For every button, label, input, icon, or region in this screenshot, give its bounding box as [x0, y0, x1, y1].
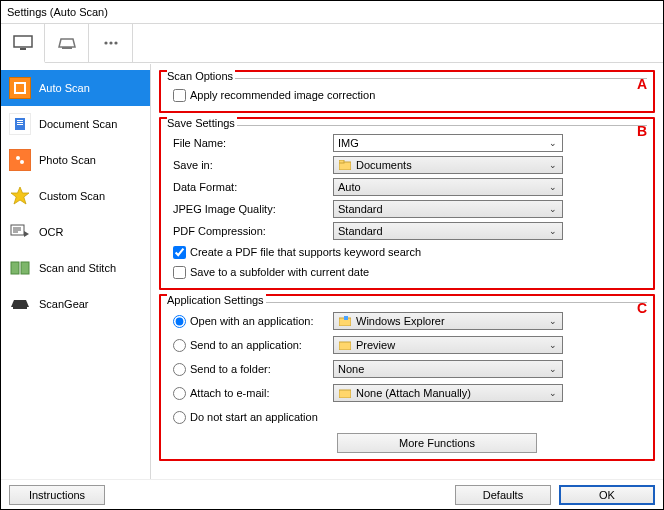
sidebar-item-document-scan[interactable]: Document Scan — [1, 106, 150, 142]
svg-point-12 — [16, 156, 20, 160]
pdf-keyword-checkbox[interactable] — [173, 246, 186, 259]
svg-rect-9 — [17, 120, 23, 121]
sidebar-item-label: ScanGear — [39, 298, 89, 310]
tab-scan-from-panel[interactable] — [45, 24, 89, 62]
svg-rect-19 — [11, 262, 19, 274]
ellipsis-icon — [101, 35, 121, 51]
application-settings-legend: Application Settings — [167, 294, 266, 306]
monitor-icon — [13, 35, 33, 51]
send-app-label: Send to an application: — [190, 339, 302, 351]
pdf-compression-combo[interactable]: Standard ⌄ — [333, 222, 563, 240]
subfolder-label: Save to a subfolder with current date — [190, 266, 369, 278]
jpeg-quality-value: Standard — [338, 203, 383, 215]
file-name-value: IMG — [338, 137, 359, 149]
scan-options-legend: Scan Options — [167, 70, 235, 82]
svg-rect-7 — [16, 84, 24, 92]
jpeg-quality-combo[interactable]: Standard ⌄ — [333, 200, 563, 218]
attach-email-label: Attach to e-mail: — [190, 387, 269, 399]
bottom-bar: Instructions Defaults OK — [1, 479, 663, 509]
tab-more[interactable] — [89, 24, 133, 62]
sidebar-item-label: Custom Scan — [39, 190, 105, 202]
save-in-combo[interactable]: Documents ⌄ — [333, 156, 563, 174]
window-title: Settings (Auto Scan) — [1, 1, 663, 23]
attach-email-combo[interactable]: None (Attach Manually) ⌄ — [333, 384, 563, 402]
folder-icon — [338, 387, 352, 399]
apply-correction-checkbox[interactable] — [173, 89, 186, 102]
svg-point-3 — [104, 41, 107, 44]
send-folder-combo[interactable]: None ⌄ — [333, 360, 563, 378]
file-name-combo[interactable]: IMG ⌄ — [333, 134, 563, 152]
data-format-value: Auto — [338, 181, 361, 193]
jpeg-quality-label: JPEG Image Quality: — [167, 203, 327, 215]
svg-rect-1 — [20, 48, 26, 50]
send-app-radio[interactable] — [173, 339, 186, 352]
open-with-value: Windows Explorer — [356, 315, 445, 327]
send-folder-radio[interactable] — [173, 363, 186, 376]
subfolder-checkbox[interactable] — [173, 266, 186, 279]
sidebar-item-custom-scan[interactable]: Custom Scan — [1, 178, 150, 214]
region-application-settings: C Application Settings Open with an appl… — [159, 294, 655, 461]
region-save-settings: B Save Settings File Name: IMG ⌄ Save in… — [159, 117, 655, 290]
instructions-button[interactable]: Instructions — [9, 485, 105, 505]
custom-scan-icon — [9, 185, 31, 207]
sidebar-item-label: Document Scan — [39, 118, 117, 130]
chevron-down-icon: ⌄ — [546, 388, 560, 398]
scangear-icon — [9, 293, 31, 315]
sidebar-item-ocr[interactable]: OCR — [1, 214, 150, 250]
save-settings-legend: Save Settings — [167, 117, 237, 129]
sidebar-item-label: OCR — [39, 226, 63, 238]
open-with-combo[interactable]: Windows Explorer ⌄ — [333, 312, 563, 330]
folder-icon — [338, 339, 352, 351]
svg-rect-21 — [13, 307, 27, 309]
chevron-down-icon: ⌄ — [546, 364, 560, 374]
save-in-label: Save in: — [167, 159, 327, 171]
open-with-radio[interactable] — [173, 315, 186, 328]
attach-email-radio[interactable] — [173, 387, 186, 400]
svg-rect-26 — [339, 342, 351, 350]
file-name-label: File Name: — [167, 137, 327, 149]
apply-correction-label: Apply recommended image correction — [190, 89, 375, 101]
sidebar-item-photo-scan[interactable]: Photo Scan — [1, 142, 150, 178]
chevron-down-icon: ⌄ — [546, 226, 560, 236]
document-scan-icon — [9, 113, 31, 135]
main-panel: A Scan Options Apply recommended image c… — [151, 64, 663, 479]
chevron-down-icon: ⌄ — [546, 182, 560, 192]
pdf-keyword-label: Create a PDF file that supports keyword … — [190, 246, 421, 258]
data-format-combo[interactable]: Auto ⌄ — [333, 178, 563, 196]
auto-scan-icon — [9, 77, 31, 99]
ok-button[interactable]: OK — [559, 485, 655, 505]
toolbar — [1, 23, 663, 63]
scan-stitch-icon — [9, 257, 31, 279]
save-in-value: Documents — [356, 159, 412, 171]
sidebar-item-scangear[interactable]: ScanGear — [1, 286, 150, 322]
more-functions-button[interactable]: More Functions — [337, 433, 537, 453]
sidebar-item-label: Scan and Stitch — [39, 262, 116, 274]
chevron-down-icon: ⌄ — [546, 204, 560, 214]
svg-rect-27 — [339, 390, 351, 398]
folder-icon — [338, 159, 352, 171]
pdf-compression-label: PDF Compression: — [167, 225, 327, 237]
scanner-icon — [57, 35, 77, 51]
photo-scan-icon — [9, 149, 31, 171]
svg-rect-11 — [17, 124, 23, 125]
svg-rect-10 — [17, 122, 23, 123]
region-scan-options: A Scan Options Apply recommended image c… — [159, 70, 655, 113]
svg-rect-23 — [339, 160, 344, 163]
chevron-down-icon: ⌄ — [546, 316, 560, 326]
do-not-start-label: Do not start an application — [190, 411, 318, 423]
attach-email-value: None (Attach Manually) — [356, 387, 471, 399]
svg-point-5 — [114, 41, 117, 44]
sidebar-item-scan-and-stitch[interactable]: Scan and Stitch — [1, 250, 150, 286]
sidebar-item-auto-scan[interactable]: Auto Scan — [1, 70, 150, 106]
data-format-label: Data Format: — [167, 181, 327, 193]
tab-scan-from-computer[interactable] — [1, 24, 45, 63]
send-app-combo[interactable]: Preview ⌄ — [333, 336, 563, 354]
defaults-button[interactable]: Defaults — [455, 485, 551, 505]
send-folder-label: Send to a folder: — [190, 363, 271, 375]
svg-rect-2 — [62, 47, 72, 49]
sidebar: Auto Scan Document Scan Photo Scan Custo… — [1, 64, 151, 479]
pdf-compression-value: Standard — [338, 225, 383, 237]
svg-point-4 — [109, 41, 112, 44]
do-not-start-radio[interactable] — [173, 411, 186, 424]
svg-rect-25 — [344, 316, 348, 320]
